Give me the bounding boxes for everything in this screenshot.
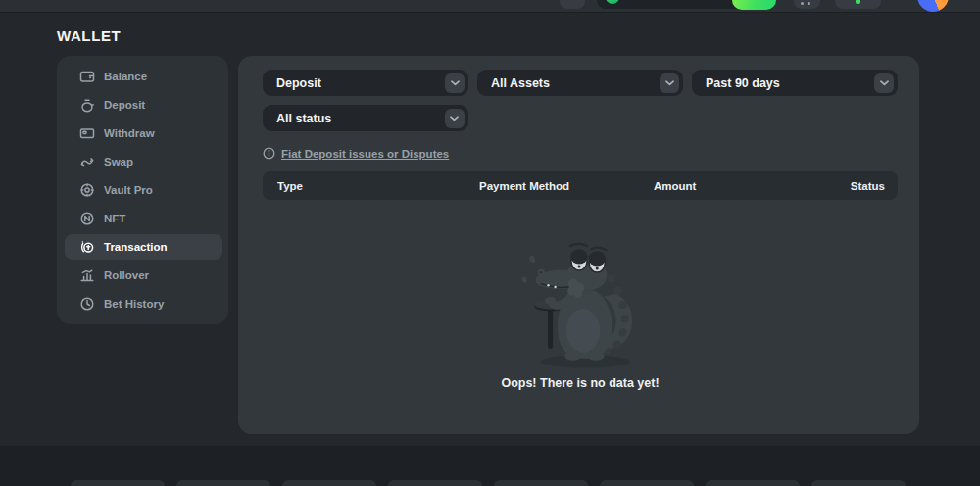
footer-logo[interactable] — [811, 480, 906, 486]
sidebar-item-transaction[interactable]: Transaction — [65, 234, 222, 260]
chevron-down-icon — [660, 73, 679, 93]
date-range-select[interactable]: Past 90 days — [692, 70, 898, 96]
sidebar-item-swap[interactable]: Swap — [65, 149, 222, 174]
footer-logo[interactable] — [706, 480, 800, 486]
column-header-payment-method: Payment Method — [479, 180, 654, 192]
header-button[interactable] — [560, 0, 585, 9]
transaction-coin-icon — [79, 239, 95, 255]
wallet-sidebar: Balance Deposit Withdraw Swap Vault Pro … — [57, 56, 228, 324]
sidebar-item-label: Withdraw — [104, 127, 155, 139]
sidebar-item-balance[interactable]: Balance — [65, 64, 222, 89]
vault-dial-icon — [79, 182, 95, 198]
sidebar-item-label: Vault Pro — [104, 184, 153, 196]
page-footer — [0, 446, 980, 486]
footer-logo[interactable] — [494, 480, 588, 486]
sidebar-item-deposit[interactable]: Deposit — [65, 92, 222, 118]
sidebar-item-rollover[interactable]: Rollover — [65, 263, 222, 288]
clock-icon — [79, 296, 95, 312]
banknote-icon — [79, 125, 95, 141]
select-value: All Assets — [491, 76, 550, 90]
sidebar-item-label: Balance — [104, 71, 147, 82]
filter-row: Deposit All Assets Past 90 days — [263, 70, 898, 96]
select-value: Deposit — [276, 76, 321, 90]
apps-grid-button[interactable] — [794, 0, 820, 9]
sidebar-item-label: Transaction — [104, 241, 168, 253]
info-icon — [263, 147, 275, 160]
deposit-button[interactable] — [732, 0, 776, 10]
nft-coin-icon — [79, 211, 95, 226]
footer-logo-row — [71, 480, 980, 486]
sidebar-item-label: Bet History — [104, 298, 164, 310]
transactions-table-header: Type Payment Method Amount Status — [263, 171, 898, 200]
sidebar-item-bet-history[interactable]: Bet History — [65, 291, 222, 316]
piggy-bank-icon — [79, 97, 95, 113]
sidebar-item-nft[interactable]: NFT — [65, 206, 222, 231]
user-avatar[interactable] — [917, 0, 949, 12]
green-dot-icon — [856, 0, 860, 4]
top-header — [0, 0, 980, 13]
select-value: All status — [276, 112, 331, 125]
sidebar-item-withdraw[interactable]: Withdraw — [65, 121, 222, 146]
notification-button[interactable] — [835, 0, 881, 9]
column-header-status: Status — [851, 180, 885, 192]
coin-icon — [606, 0, 619, 4]
fiat-dispute-link[interactable]: Fiat Deposit issues or Disputes — [263, 147, 449, 160]
sidebar-item-label: Deposit — [104, 99, 145, 111]
footer-logo[interactable] — [282, 480, 376, 486]
status-select[interactable]: All status — [263, 105, 468, 131]
sidebar-item-label: NFT — [104, 213, 125, 224]
asset-select[interactable]: All Assets — [477, 70, 683, 96]
fiat-dispute-label: Fiat Deposit issues or Disputes — [281, 148, 449, 160]
transaction-panel: Deposit All Assets Past 90 days All stat… — [238, 56, 919, 434]
chevron-down-icon — [874, 73, 894, 93]
column-header-amount: Amount — [654, 180, 851, 192]
transaction-type-select[interactable]: Deposit — [263, 70, 468, 96]
grid-icon — [801, 2, 810, 5]
sidebar-item-label: Swap — [104, 156, 133, 168]
page-title: WALLET — [57, 27, 121, 44]
column-header-type: Type — [277, 180, 479, 192]
swap-arrows-icon — [79, 154, 95, 170]
wallet-icon — [79, 69, 95, 84]
empty-state-message: Oops! There is no data yet! — [501, 376, 659, 390]
footer-logo[interactable] — [71, 480, 165, 486]
chevron-down-icon — [445, 73, 465, 93]
sleepy-crocodile-mascot — [515, 239, 645, 369]
footer-logo[interactable] — [176, 480, 270, 486]
sidebar-item-label: Rollover — [104, 269, 149, 281]
chevron-down-icon — [445, 109, 465, 128]
sidebar-item-vault-pro[interactable]: Vault Pro — [65, 177, 222, 203]
bar-chart-icon — [79, 267, 95, 283]
balance-pill[interactable] — [596, 0, 776, 10]
select-value: Past 90 days — [706, 76, 780, 90]
footer-logo[interactable] — [600, 480, 694, 486]
footer-logo[interactable] — [388, 480, 482, 486]
empty-state: Oops! There is no data yet! — [263, 239, 898, 390]
